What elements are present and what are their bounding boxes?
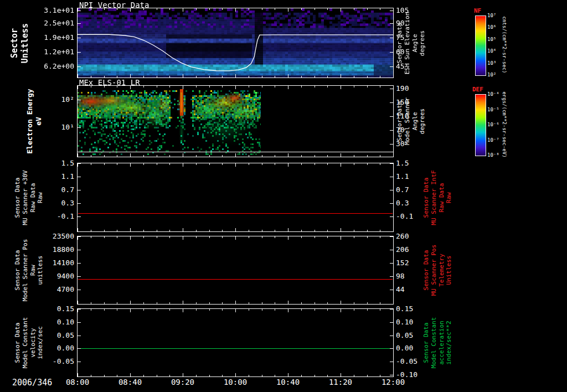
x-axis-tick [275, 230, 275, 231]
x-axis-tick [157, 309, 157, 311]
colorbar-tick-label: 10² [487, 72, 496, 78]
x-axis-tick [209, 236, 210, 238]
x-axis-tick [169, 86, 170, 87]
x-axis-tick [393, 228, 394, 231]
y-axis-tick [390, 23, 393, 24]
x-axis-tick [117, 155, 117, 157]
x-axis-tick [104, 309, 105, 311]
left-axis-label: Sensor Data MU Scanner +30V Raw Data Raw [14, 170, 44, 225]
x-axis-tick [393, 301, 394, 304]
x-axis-tick [183, 309, 183, 312]
x-axis-tick [104, 155, 105, 157]
x-axis-tick [262, 302, 262, 304]
x-axis-tick [235, 86, 236, 89]
x-axis-tick [288, 163, 288, 167]
x-axis-tick [327, 309, 328, 311]
y-axis-tick-label: 260 [396, 232, 435, 241]
x-axis-tick [380, 236, 380, 238]
x-axis-tick [196, 8, 197, 10]
x-axis-tick [183, 301, 183, 304]
x-axis-tick [235, 163, 236, 167]
y-axis-tick-label: 0.15 [33, 305, 74, 313]
y-axis-tick [78, 52, 81, 53]
y-axis-tick [78, 348, 81, 349]
y-axis-tick [78, 100, 81, 100]
y-axis-tick [78, 23, 81, 24]
x-axis-tick [275, 8, 275, 10]
y-axis-tick-label: 190 [396, 84, 435, 93]
x-axis-tick [78, 228, 78, 231]
x-axis-tick [169, 236, 170, 238]
x-axis-tick [275, 155, 275, 157]
x-axis-tick [275, 236, 275, 238]
x-axis-tick [78, 153, 78, 157]
els-spectrogram [78, 86, 393, 157]
panel-npi-title: NPI Vector Data [79, 1, 149, 9]
x-axis-tick [315, 86, 315, 87]
x-axis-tick [262, 375, 262, 376]
x-axis-tick [354, 76, 354, 78]
x-axis-tick [143, 302, 144, 304]
colorbar-nf [475, 16, 486, 76]
x-axis-tick [209, 302, 210, 304]
colorbar-tick-label: 10⁶ [487, 24, 496, 30]
right-axis-label: Sensor Data MU Scanner IntF Raw Data Raw [422, 170, 453, 225]
x-axis-tick [341, 74, 341, 78]
x-axis-tick [117, 76, 117, 78]
x-axis-tick [288, 301, 288, 304]
colorbar-tick-label: 10⁴ [487, 48, 496, 54]
x-axis-tick [91, 76, 91, 78]
x-axis-tick [196, 230, 197, 231]
x-axis-tick [327, 155, 328, 157]
x-axis-tick [380, 86, 380, 87]
x-axis-tick [327, 375, 328, 376]
x-axis-tick [157, 230, 157, 231]
colorbar-def-unit-label: ergs/(cm**2-sr-sec-eV) [502, 91, 507, 157]
x-axis-tick [222, 76, 223, 78]
x-axis-tick [117, 163, 117, 165]
y-axis-tick [78, 362, 81, 362]
x-axis-tick [78, 8, 78, 12]
y-axis-tick [390, 263, 393, 264]
x-axis-tick [117, 302, 117, 304]
x-axis-tick [262, 8, 262, 10]
x-axis-tick [275, 163, 275, 165]
x-axis-tick [354, 163, 354, 165]
x-axis-tick [288, 8, 288, 12]
y-axis-tick [78, 190, 81, 190]
x-axis-tick [380, 8, 380, 10]
right-axis-label: Sensor Data ESH Sun Elevation Angle degr… [396, 12, 426, 74]
x-axis-time-label: 10:40 [271, 378, 305, 386]
x-axis-tick [393, 373, 394, 376]
x-axis-tick [91, 375, 91, 376]
x-axis-tick [143, 163, 144, 165]
y-axis-tick [78, 236, 81, 237]
x-axis-tick [380, 309, 380, 311]
x-axis-tick [157, 163, 157, 165]
constant-data-line [78, 279, 393, 280]
x-axis-tick [209, 163, 210, 165]
science-multipanel-plot: NPI Vector Data MEx ELS-01 LR 3.1e+012.5… [0, 0, 567, 392]
x-axis-tick [367, 230, 368, 231]
x-axis-tick [249, 86, 249, 87]
y-axis-tick [78, 263, 81, 264]
x-axis-tick [196, 375, 197, 376]
x-axis-tick [354, 302, 354, 304]
x-axis-tick [235, 301, 236, 304]
x-axis-tick [157, 76, 157, 78]
x-axis-tick [341, 228, 341, 231]
x-axis-tick [157, 8, 157, 10]
x-axis-tick [262, 309, 262, 311]
x-axis-tick [78, 86, 78, 89]
x-axis-tick [235, 228, 236, 231]
y-axis-tick [78, 250, 81, 250]
x-axis-tick [354, 309, 354, 311]
y-axis-tick [390, 236, 393, 237]
x-axis-tick [104, 230, 105, 231]
y-axis-tick-label: 1.5 [396, 159, 435, 168]
x-axis-tick [301, 8, 302, 10]
x-axis-tick [315, 302, 315, 304]
colorbar-tick-label: 10⁻⁶ [487, 122, 499, 127]
x-axis-tick [341, 373, 341, 376]
colorbar-nf-title: NF [474, 7, 481, 14]
